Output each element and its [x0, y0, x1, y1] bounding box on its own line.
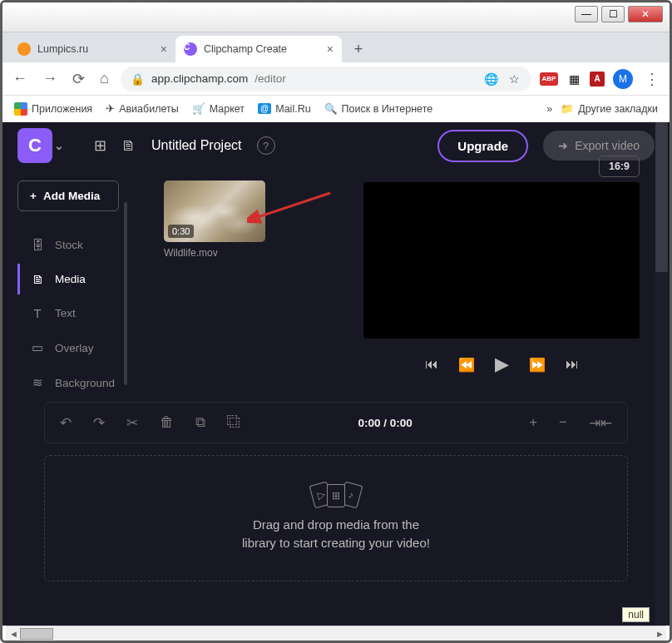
- skip-end-button[interactable]: ⏭: [566, 357, 579, 372]
- redo-button[interactable]: ↷: [93, 414, 105, 432]
- tab-title: Lumpics.ru: [37, 43, 88, 55]
- split-button[interactable]: ✂: [126, 414, 138, 432]
- copy-button[interactable]: ⧉: [195, 414, 205, 431]
- browser-menu-button[interactable]: ⋮: [641, 67, 663, 92]
- duplicate-button[interactable]: ⿻: [227, 414, 241, 431]
- profile-avatar[interactable]: M: [613, 69, 633, 89]
- horizontal-scrollbar[interactable]: ◄ ►: [6, 626, 666, 641]
- tab-close-button[interactable]: ×: [327, 42, 334, 56]
- aspect-ratio-button[interactable]: 16:9: [599, 156, 640, 177]
- bookmark-item[interactable]: @Mail.Ru: [253, 100, 316, 118]
- app-header: C ⊞ 🗎 Untitled Project ? Upgrade ➜Export…: [2, 122, 670, 169]
- mail-icon: @: [258, 103, 271, 114]
- back-button[interactable]: ←: [9, 67, 31, 91]
- upgrade-button[interactable]: Upgrade: [437, 130, 528, 162]
- video-library-icon[interactable]: ⊞: [94, 136, 106, 155]
- bookmark-item[interactable]: ✈Авиабилеты: [101, 99, 184, 118]
- media-icon: 🗎: [30, 272, 45, 286]
- tab-close-button[interactable]: ×: [161, 42, 167, 56]
- zoom-out-button[interactable]: −: [559, 414, 567, 431]
- folder-icon: 📁: [561, 102, 574, 115]
- help-icon[interactable]: ?: [257, 136, 275, 155]
- export-label: Export video: [575, 139, 640, 152]
- bookmark-star-icon[interactable]: ☆: [506, 72, 521, 87]
- bookmark-label: Авиабилеты: [119, 103, 179, 115]
- fast-forward-button[interactable]: ⏩: [529, 357, 546, 373]
- pdf-extension-icon[interactable]: A: [590, 72, 605, 87]
- apps-bookmark[interactable]: Приложения: [9, 99, 97, 119]
- bookmark-label: Поиск в Интернете: [342, 103, 433, 115]
- other-bookmarks[interactable]: 📁Другие закладки: [556, 99, 663, 118]
- drop-cards-icon: ▷⊞♪: [309, 484, 363, 507]
- browser-tab-bar: Lumpics.ru × C Clipchamp Create × +: [2, 32, 670, 62]
- export-icon: ➜: [558, 139, 568, 152]
- browser-tab-active[interactable]: C Clipchamp Create ×: [175, 36, 342, 62]
- add-media-label: Add Media: [43, 190, 100, 202]
- favicon-icon: C: [184, 42, 197, 56]
- document-icon[interactable]: 🗎: [121, 137, 136, 155]
- video-preview[interactable]: [363, 182, 640, 339]
- tab-title: Clipchamp Create: [204, 43, 287, 55]
- reload-button[interactable]: ⟳: [69, 67, 88, 92]
- app-logo[interactable]: C: [17, 128, 52, 163]
- zoom-fit-button[interactable]: ⇥⇤: [589, 414, 612, 432]
- sidebar-scrollbar[interactable]: [124, 202, 127, 385]
- timeline-toolbar: ↶ ↷ ✂ 🗑 ⧉ ⿻ 0:00 / 0:00 + − ⇥⇤: [44, 402, 628, 443]
- skip-start-button[interactable]: ⏮: [425, 357, 438, 372]
- window-maximize-button[interactable]: ☐: [601, 6, 625, 22]
- bookmark-label: Другие закладки: [578, 103, 658, 115]
- cart-icon: 🛒: [192, 102, 205, 115]
- plus-icon: +: [30, 190, 37, 202]
- translate-icon[interactable]: 🌐: [483, 72, 498, 87]
- extension-icon[interactable]: ▦: [566, 72, 581, 87]
- sidebar-label: Stock: [55, 239, 83, 251]
- zoom-in-button[interactable]: +: [529, 414, 537, 431]
- clip-duration: 0:30: [168, 225, 194, 238]
- drop-text: library to start creating your video!: [242, 534, 430, 553]
- bookmark-label: Приложения: [32, 103, 92, 115]
- rewind-button[interactable]: ⏪: [458, 357, 475, 373]
- bookmark-item[interactable]: 🔍Поиск в Интернете: [319, 99, 438, 118]
- new-tab-button[interactable]: +: [347, 37, 370, 61]
- bookmark-item[interactable]: 🛒Маркет: [187, 99, 250, 118]
- undo-button[interactable]: ↶: [60, 414, 72, 432]
- plane-icon: ✈: [106, 102, 115, 115]
- apps-icon: [14, 102, 27, 116]
- favicon-icon: [17, 42, 31, 56]
- delete-button[interactable]: 🗑: [160, 414, 174, 431]
- bookmarks-overflow[interactable]: »: [546, 103, 552, 115]
- sidebar-label: Media: [55, 273, 86, 285]
- timeline-time: 0:00 / 0:00: [358, 417, 412, 429]
- bookmark-label: Mail.Ru: [275, 103, 310, 115]
- drop-text: Drag and drop media from the: [242, 516, 430, 535]
- project-title[interactable]: Untitled Project: [151, 138, 242, 153]
- address-bar[interactable]: 🔒 app.clipchamp.com/editor 🌐 ☆: [121, 67, 531, 92]
- sidebar-label: Background: [55, 377, 115, 389]
- add-media-button[interactable]: + Add Media: [17, 181, 119, 211]
- null-tooltip: null: [622, 607, 650, 622]
- window-close-button[interactable]: ✕: [628, 6, 663, 22]
- search-icon: 🔍: [324, 102, 338, 115]
- timeline-drop-zone[interactable]: ▷⊞♪ Drag and drop media from the library…: [44, 455, 628, 581]
- browser-tab[interactable]: Lumpics.ru ×: [9, 36, 175, 62]
- text-icon: T: [30, 306, 45, 320]
- bookmarks-bar: Приложения ✈Авиабилеты 🛒Маркет @Mail.Ru …: [2, 96, 670, 122]
- home-button[interactable]: ⌂: [96, 67, 112, 91]
- media-thumbnail[interactable]: 0:30: [164, 181, 265, 242]
- lock-icon: 🔒: [131, 72, 145, 86]
- url-domain: app.clipchamp.com: [151, 72, 248, 85]
- play-button[interactable]: ▶: [495, 354, 509, 375]
- forward-button[interactable]: →: [39, 67, 61, 91]
- adblock-extension-icon[interactable]: ABP: [540, 72, 558, 86]
- sidebar-label: Text: [55, 307, 76, 319]
- overlay-icon: ▭: [30, 340, 45, 355]
- url-path: /editor: [254, 72, 286, 85]
- playback-controls: ⏮ ⏪ ▶ ⏩ ⏭: [363, 354, 640, 375]
- sidebar-label: Overlay: [55, 342, 94, 354]
- window-minimize-button[interactable]: —: [575, 6, 598, 22]
- background-icon: ≋: [30, 375, 45, 390]
- app-viewport: C ⊞ 🗎 Untitled Project ? Upgrade ➜Export…: [2, 122, 670, 626]
- stock-icon: 🗄: [30, 238, 45, 252]
- bookmark-label: Маркет: [210, 103, 245, 115]
- window-titlebar: — ☐ ✕: [2, 2, 670, 32]
